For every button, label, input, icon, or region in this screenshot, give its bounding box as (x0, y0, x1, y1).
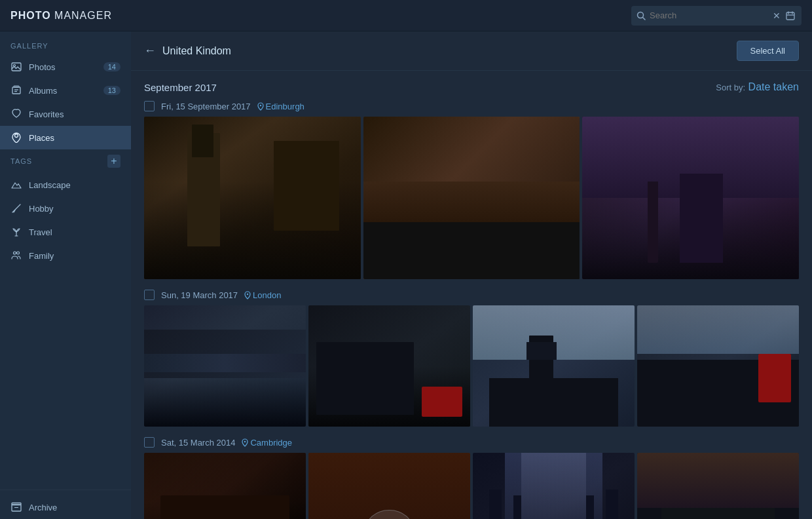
sidebar-item-family[interactable]: Family (0, 244, 131, 267)
search-calendar-button[interactable] (784, 9, 796, 22)
london-photo-grid (131, 305, 812, 432)
search-bar: ✕ (631, 6, 802, 26)
page-title: United Kindom (162, 45, 231, 57)
photos-badge: 14 (103, 62, 120, 71)
app-header: PHOTO MANAGER ✕ (0, 0, 812, 31)
landscape-label: Landscape (29, 180, 71, 190)
section-date: September 2017 (144, 82, 217, 93)
photo-thumb[interactable] (144, 117, 361, 279)
cambridge-date: Sat, 15 March 2014 (161, 438, 235, 448)
svg-rect-16 (12, 503, 21, 505)
edinburgh-photo-grid (131, 117, 812, 284)
heart-icon (10, 108, 22, 120)
photo-thumb[interactable] (144, 453, 306, 519)
content-header: ← United Kindom Select All (131, 31, 812, 71)
svg-point-14 (17, 252, 20, 254)
edinburgh-checkbox[interactable] (144, 101, 155, 111)
sidebar-item-photos[interactable]: Photos 14 (0, 55, 131, 79)
svg-rect-6 (12, 63, 21, 71)
photo-thumb[interactable] (473, 453, 635, 519)
family-icon (10, 250, 22, 261)
hobby-label: Hobby (29, 204, 54, 214)
sort-by-value[interactable]: Date taken (748, 81, 799, 92)
family-label: Family (29, 251, 54, 261)
photo-thumb[interactable] (363, 117, 580, 279)
sidebar-item-archive[interactable]: Archive (0, 495, 131, 519)
search-actions: ✕ (771, 9, 796, 22)
london-group-header: Sun, 19 March 2017 London (131, 284, 812, 305)
sidebar-item-travel[interactable]: Travel (0, 220, 131, 244)
sidebar-bottom: Archive (0, 490, 131, 519)
main-layout: Gallery Photos 14 (0, 31, 812, 519)
svg-point-13 (14, 252, 16, 254)
album-icon (10, 85, 22, 96)
add-tag-button[interactable]: + (107, 155, 120, 168)
svg-point-19 (247, 293, 248, 294)
photo-thumb[interactable] (308, 305, 470, 427)
edinburgh-group-header: Fri, 15 September 2017 Edinburgh (131, 96, 812, 117)
cambridge-checkbox[interactable] (144, 437, 155, 448)
tags-header: Tags + (0, 155, 131, 173)
svg-line-1 (643, 17, 646, 20)
photo-thumb[interactable] (308, 453, 470, 519)
sidebar: Gallery Photos 14 (0, 31, 131, 519)
photo-thumb[interactable] (144, 305, 306, 427)
search-clear-button[interactable]: ✕ (771, 9, 782, 22)
favorites-label: Favorites (29, 109, 64, 119)
svg-rect-2 (786, 12, 794, 20)
cambridge-location[interactable]: Cambridge (242, 438, 292, 448)
svg-rect-8 (12, 87, 20, 94)
sidebar-item-albums[interactable]: Albums 13 (0, 79, 131, 102)
photo-thumb[interactable] (473, 305, 635, 427)
archive-label: Archive (29, 503, 57, 512)
svg-point-18 (259, 104, 261, 106)
search-icon (637, 11, 646, 20)
gallery-section-header: September 2017 Sort by: Date taken (131, 71, 812, 96)
select-all-button[interactable]: Select All (737, 41, 799, 61)
albums-label: Albums (29, 86, 57, 96)
archive-icon (10, 501, 22, 513)
photo-thumb[interactable] (582, 117, 799, 279)
app-title: PHOTO MANAGER (10, 10, 112, 22)
photo-thumb[interactable] (637, 305, 799, 427)
svg-point-12 (15, 134, 18, 138)
image-icon (10, 61, 22, 73)
london-location[interactable]: London (244, 290, 281, 300)
mountain-icon (10, 179, 22, 191)
svg-point-20 (244, 441, 246, 442)
albums-badge: 13 (103, 86, 120, 95)
sidebar-item-hobby[interactable]: Hobby (0, 197, 131, 220)
london-checkbox[interactable] (144, 290, 155, 300)
sort-by-label: Sort by: (716, 83, 745, 92)
places-icon (10, 132, 22, 144)
london-date: Sun, 19 March 2017 (161, 290, 238, 300)
svg-rect-9 (14, 86, 19, 87)
back-button[interactable]: ← (144, 44, 156, 58)
svg-point-7 (14, 65, 16, 67)
travel-label: Travel (29, 227, 52, 237)
edinburgh-date: Fri, 15 September 2017 (161, 102, 251, 111)
edinburgh-location[interactable]: Edinburgh (257, 102, 304, 111)
tags-section: Tags + Landscape Hobby (0, 155, 131, 267)
places-label: Places (29, 133, 54, 143)
sidebar-item-landscape[interactable]: Landscape (0, 173, 131, 197)
tags-section-label: Tags (10, 157, 107, 165)
photos-label: Photos (29, 62, 55, 72)
gallery-section-label: Gallery (0, 42, 131, 55)
cambridge-photo-grid (131, 453, 812, 519)
sidebar-item-places[interactable]: Places (0, 126, 131, 149)
palm-icon (10, 226, 22, 238)
paper-plane-icon (10, 202, 22, 214)
photo-thumb[interactable] (637, 453, 799, 519)
sort-controls: Sort by: Date taken (716, 81, 799, 93)
search-input[interactable] (650, 10, 771, 20)
sidebar-item-favorites[interactable]: Favorites (0, 102, 131, 126)
content-area: ← United Kindom Select All September 201… (131, 31, 812, 519)
cambridge-group-header: Sat, 15 March 2014 Cambridge (131, 432, 812, 453)
